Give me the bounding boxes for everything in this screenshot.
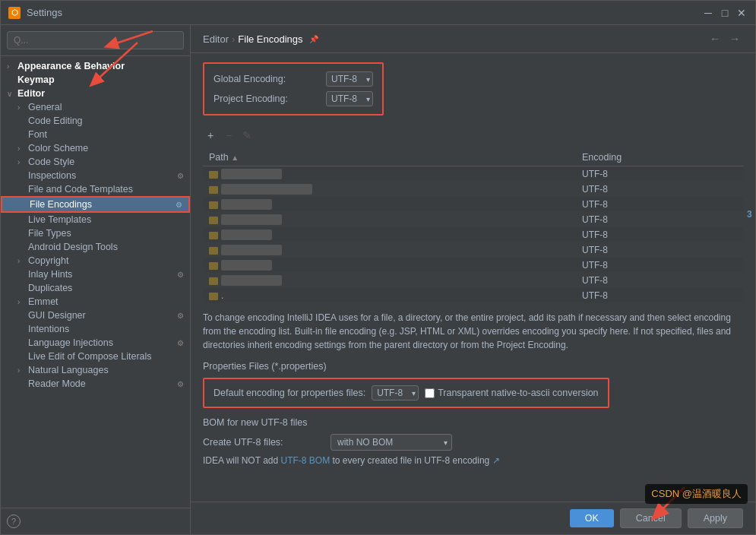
- settings-icon: ⚙: [177, 271, 184, 279]
- sidebar-item-intentions[interactable]: Intentions: [1, 322, 190, 336]
- properties-encoding-select[interactable]: UTF-8: [372, 385, 419, 400]
- table-row[interactable]: UTF-8: [203, 166, 743, 182]
- bom-info-link[interactable]: UTF-8 BOM: [280, 455, 330, 466]
- sidebar-item-label: Live Templates: [28, 214, 184, 225]
- forward-button[interactable]: →: [726, 31, 743, 46]
- path-column-header[interactable]: Path ▲: [203, 149, 576, 166]
- settings-icon: ⚙: [176, 201, 182, 209]
- sidebar-item-reader-mode[interactable]: Reader Mode ⚙: [1, 377, 190, 391]
- bom-title: BOM for new UTF-8 files: [203, 417, 743, 428]
- folder-icon: [209, 247, 218, 255]
- sidebar-item-label: Code Editing: [28, 116, 184, 126]
- settings-tree: › Appearance & Behavior Keymap ∨ Editor …: [1, 56, 190, 508]
- global-encoding-select[interactable]: UTF-8: [326, 71, 373, 87]
- sidebar-item-label: Inspections: [28, 170, 174, 181]
- panel-navigation: ← →: [707, 31, 743, 46]
- apply-button[interactable]: Apply: [688, 508, 743, 528]
- sidebar-item-label: Live Edit of Compose Literals: [28, 351, 184, 362]
- table-row[interactable]: UTF-8: [203, 242, 743, 258]
- search-input[interactable]: [7, 31, 184, 49]
- encoding-column-header[interactable]: Encoding: [576, 149, 743, 166]
- titlebar: ⬡ Settings ─ □ ✕: [1, 1, 755, 25]
- maximize-button[interactable]: □: [719, 7, 731, 19]
- sidebar-item-live-edit-compose[interactable]: Live Edit of Compose Literals: [1, 350, 190, 363]
- transparent-conversion-label: Transparent native-to-ascii conversion: [438, 388, 598, 398]
- sort-arrow-icon: ▲: [231, 154, 239, 162]
- bom-info-text: IDEA will NOT add UTF-8 BOM to every cre…: [203, 455, 743, 466]
- bom-select[interactable]: with NO BOM: [331, 434, 452, 451]
- minimize-button[interactable]: ─: [702, 7, 714, 19]
- global-encoding-select-wrapper: UTF-8: [326, 71, 373, 87]
- properties-section-title: Properties Files (*.properties): [203, 361, 743, 372]
- global-encoding-label: Global Encoding:: [214, 74, 320, 84]
- sidebar-item-editor[interactable]: ∨ Editor: [1, 87, 190, 100]
- project-encoding-row: Project Encoding: UTF-8: [214, 91, 373, 106]
- sidebar-item-gui-designer[interactable]: GUI Designer ⚙: [1, 309, 190, 322]
- expand-arrow-icon: ›: [17, 298, 28, 306]
- sidebar-item-inspections[interactable]: Inspections ⚙: [1, 169, 190, 182]
- add-path-button[interactable]: +: [203, 128, 218, 143]
- sidebar-item-code-style[interactable]: › Code Style: [1, 155, 190, 169]
- table-row[interactable]: UTF-8: [203, 212, 743, 227]
- sidebar-item-copyright[interactable]: › Copyright: [1, 254, 190, 268]
- sidebar-item-general[interactable]: › General: [1, 100, 190, 114]
- ok-button[interactable]: OK: [570, 509, 614, 527]
- transparent-conversion-checkbox[interactable]: [425, 388, 435, 398]
- remove-path-button[interactable]: −: [221, 128, 236, 143]
- table-row[interactable]: UTF-8: [203, 197, 743, 212]
- bom-info-arrow: ↗: [492, 455, 500, 466]
- sidebar-item-label: Emmet: [28, 296, 184, 307]
- table-toolbar: + − ✎: [203, 125, 743, 146]
- sidebar-item-font[interactable]: Font: [1, 128, 190, 141]
- sidebar-item-file-code-templates[interactable]: File and Code Templates: [1, 182, 190, 196]
- sidebar-item-android-design-tools[interactable]: Android Design Tools: [1, 240, 190, 254]
- description-text: To change encoding IntelliJ IDEA uses fo…: [203, 311, 743, 352]
- panel-header: Editor › File Encodings 📌 ← →: [191, 25, 755, 53]
- search-box: [1, 25, 190, 56]
- window-title: Settings: [27, 7, 62, 18]
- sidebar-item-color-scheme[interactable]: › Color Scheme: [1, 141, 190, 155]
- folder-icon: [209, 171, 218, 179]
- table-row[interactable]: UTF-8: [203, 227, 743, 242]
- project-encoding-select[interactable]: UTF-8: [326, 91, 373, 106]
- breadcrumb-current: File Encodings: [238, 33, 302, 45]
- app-icon: ⬡: [8, 7, 21, 19]
- main-panel: Editor › File Encodings 📌 ← → Global Enc…: [191, 25, 755, 534]
- sidebar-item-appearance[interactable]: › Appearance & Behavior: [1, 59, 190, 73]
- table-row[interactable]: UTF-8: [203, 182, 743, 197]
- table-row[interactable]: UTF-8: [203, 273, 743, 288]
- table-row[interactable]: . UTF-8: [203, 288, 743, 303]
- settings-icon: ⚙: [177, 339, 184, 347]
- sidebar-item-duplicates[interactable]: Duplicates: [1, 281, 190, 295]
- panel-footer: OK Cancel Apply: [191, 502, 755, 534]
- sidebar-item-label: Language Injections: [28, 337, 174, 348]
- sidebar-item-emmet[interactable]: › Emmet: [1, 295, 190, 309]
- sidebar-item-natural-languages[interactable]: › Natural Languages: [1, 363, 190, 377]
- folder-icon: [209, 293, 218, 300]
- sidebar-item-file-types[interactable]: File Types: [1, 226, 190, 240]
- sidebar-item-keymap[interactable]: Keymap: [1, 73, 190, 87]
- sidebar-item-label: File and Code Templates: [28, 184, 184, 195]
- bom-select-wrapper: with NO BOM: [331, 434, 452, 451]
- edit-path-button[interactable]: ✎: [239, 128, 255, 143]
- close-button[interactable]: ✕: [735, 7, 748, 19]
- sidebar-item-label: Color Scheme: [28, 143, 184, 154]
- cancel-button[interactable]: Cancel: [620, 508, 682, 528]
- project-encoding-select-wrapper: UTF-8: [326, 91, 373, 106]
- transparent-conversion-checkbox-wrap: Transparent native-to-ascii conversion: [425, 388, 598, 398]
- expand-arrow-icon: ›: [17, 158, 28, 166]
- encoding-table: Path ▲ Encoding UTF-8: [203, 149, 743, 303]
- settings-icon: ⚙: [177, 172, 184, 180]
- sidebar-item-live-templates[interactable]: Live Templates: [1, 213, 190, 226]
- settings-icon: ⚙: [177, 312, 184, 320]
- table-row[interactable]: UTF-8: [203, 258, 743, 273]
- sidebar-item-file-encodings[interactable]: File Encodings ⚙: [1, 196, 190, 213]
- back-button[interactable]: ←: [707, 31, 723, 46]
- encoding-section: Global Encoding: UTF-8 Project Encoding:…: [203, 62, 384, 116]
- sidebar-item-code-editing[interactable]: Code Editing: [1, 114, 190, 128]
- properties-encoding-select-wrapper: UTF-8: [372, 385, 419, 400]
- sidebar-item-inlay-hints[interactable]: Inlay Hints ⚙: [1, 268, 190, 281]
- help-button[interactable]: ?: [7, 514, 21, 528]
- sidebar-item-language-injections[interactable]: Language Injections ⚙: [1, 336, 190, 350]
- expand-arrow-icon: ∨: [7, 90, 17, 98]
